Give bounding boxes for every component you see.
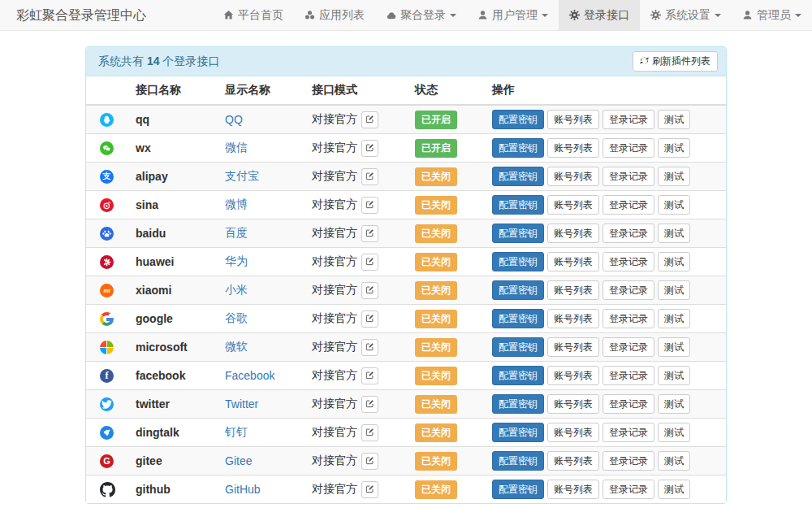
test-button[interactable]: 测试 [658, 224, 690, 243]
login-records-button[interactable]: 登录记录 [603, 252, 654, 271]
configure-key-button[interactable]: 配置密钥 [492, 280, 544, 300]
edit-mode-button[interactable] [361, 310, 378, 328]
display-name-link[interactable]: 百度 [225, 226, 248, 239]
status-badge[interactable]: 已关闭 [415, 281, 457, 300]
configure-key-button[interactable]: 配置密钥 [492, 195, 544, 215]
login-records-button[interactable]: 登录记录 [603, 280, 654, 300]
test-button[interactable]: 测试 [658, 337, 690, 357]
test-button[interactable]: 测试 [658, 138, 690, 158]
login-records-button[interactable]: 登录记录 [603, 451, 654, 471]
nav-item-app-list[interactable]: 应用列表 [294, 0, 375, 30]
status-badge[interactable]: 已关闭 [415, 423, 457, 442]
account-list-button[interactable]: 账号列表 [547, 195, 599, 215]
nav-item-admin[interactable]: 管理员 [732, 0, 812, 30]
configure-key-button[interactable]: 配置密钥 [492, 366, 544, 385]
display-name-link[interactable]: 微软 [225, 340, 248, 353]
edit-mode-button[interactable] [361, 339, 378, 356]
edit-mode-button[interactable] [361, 168, 378, 185]
configure-key-button[interactable]: 配置密钥 [492, 224, 544, 243]
edit-mode-button[interactable] [361, 424, 378, 441]
status-badge[interactable]: 已关闭 [415, 395, 457, 414]
configure-key-button[interactable]: 配置密钥 [492, 423, 544, 442]
display-name-link[interactable]: QQ [225, 113, 243, 126]
nav-item-system-settings[interactable]: 系统设置 [640, 0, 732, 30]
account-list-button[interactable]: 账号列表 [547, 337, 599, 357]
account-list-button[interactable]: 账号列表 [547, 138, 599, 158]
login-records-button[interactable]: 登录记录 [603, 110, 654, 129]
account-list-button[interactable]: 账号列表 [547, 451, 599, 471]
edit-mode-button[interactable] [361, 367, 378, 384]
edit-mode-button[interactable] [361, 197, 378, 214]
login-records-button[interactable]: 登录记录 [603, 337, 654, 357]
edit-mode-button[interactable] [361, 225, 378, 242]
test-button[interactable]: 测试 [658, 366, 690, 385]
test-button[interactable]: 测试 [658, 280, 690, 300]
login-records-button[interactable]: 登录记录 [603, 423, 654, 442]
test-button[interactable]: 测试 [658, 167, 690, 186]
status-badge[interactable]: 已开启 [415, 111, 457, 129]
display-name-link[interactable]: 华为 [225, 254, 248, 267]
account-list-button[interactable]: 账号列表 [547, 110, 599, 129]
configure-key-button[interactable]: 配置密钥 [492, 480, 544, 499]
edit-mode-button[interactable] [361, 140, 378, 157]
status-badge[interactable]: 已关闭 [415, 480, 457, 499]
test-button[interactable]: 测试 [658, 110, 690, 129]
display-name-link[interactable]: GitHub [225, 483, 261, 496]
account-list-button[interactable]: 账号列表 [547, 423, 599, 442]
test-button[interactable]: 测试 [658, 309, 690, 328]
nav-item-aggregate-login[interactable]: 聚合登录 [375, 0, 467, 30]
display-name-link[interactable]: 钉钉 [225, 425, 248, 438]
login-records-button[interactable]: 登录记录 [603, 366, 654, 385]
display-name-link[interactable]: 支付宝 [225, 169, 259, 182]
brand-title[interactable]: 彩虹聚合登录管理中心 [16, 0, 146, 30]
edit-mode-button[interactable] [361, 453, 378, 470]
status-badge[interactable]: 已关闭 [415, 167, 457, 186]
edit-mode-button[interactable] [361, 254, 378, 271]
display-name-link[interactable]: 微博 [225, 198, 248, 211]
status-badge[interactable]: 已关闭 [415, 338, 457, 357]
configure-key-button[interactable]: 配置密钥 [492, 167, 544, 186]
edit-mode-button[interactable] [361, 481, 378, 498]
edit-mode-button[interactable] [361, 282, 378, 299]
account-list-button[interactable]: 账号列表 [547, 480, 599, 499]
login-records-button[interactable]: 登录记录 [603, 480, 654, 499]
status-badge[interactable]: 已关闭 [415, 196, 457, 215]
display-name-link[interactable]: 小米 [225, 283, 248, 296]
test-button[interactable]: 测试 [658, 394, 690, 414]
test-button[interactable]: 测试 [658, 195, 690, 215]
account-list-button[interactable]: 账号列表 [547, 167, 599, 186]
login-records-button[interactable]: 登录记录 [603, 195, 654, 215]
status-badge[interactable]: 已关闭 [415, 367, 457, 385]
status-badge[interactable]: 已关闭 [415, 253, 457, 271]
login-records-button[interactable]: 登录记录 [603, 224, 654, 243]
display-name-link[interactable]: Gitee [225, 454, 252, 467]
refresh-plugins-button[interactable]: 刷新插件列表 [633, 51, 718, 72]
nav-item-user-management[interactable]: 用户管理 [467, 0, 559, 30]
login-records-button[interactable]: 登录记录 [603, 138, 654, 158]
status-badge[interactable]: 已开启 [415, 139, 457, 158]
account-list-button[interactable]: 账号列表 [547, 366, 599, 385]
configure-key-button[interactable]: 配置密钥 [492, 110, 544, 129]
status-badge[interactable]: 已关闭 [415, 310, 457, 328]
configure-key-button[interactable]: 配置密钥 [492, 394, 544, 414]
configure-key-button[interactable]: 配置密钥 [492, 138, 544, 158]
display-name-link[interactable]: Twitter [225, 397, 258, 410]
configure-key-button[interactable]: 配置密钥 [492, 337, 544, 357]
test-button[interactable]: 测试 [658, 480, 690, 499]
account-list-button[interactable]: 账号列表 [547, 252, 599, 271]
account-list-button[interactable]: 账号列表 [547, 309, 599, 328]
test-button[interactable]: 测试 [658, 252, 690, 271]
login-records-button[interactable]: 登录记录 [603, 394, 654, 414]
account-list-button[interactable]: 账号列表 [547, 280, 599, 300]
edit-mode-button[interactable] [361, 111, 378, 128]
test-button[interactable]: 测试 [658, 451, 690, 471]
display-name-link[interactable]: 谷歌 [225, 311, 248, 324]
nav-item-home[interactable]: 平台首页 [213, 0, 294, 30]
nav-item-login-interface[interactable]: 登录接口 [559, 0, 640, 30]
display-name-link[interactable]: Facebook [225, 369, 274, 382]
configure-key-button[interactable]: 配置密钥 [492, 252, 544, 271]
display-name-link[interactable]: 微信 [225, 141, 248, 154]
test-button[interactable]: 测试 [658, 423, 690, 442]
login-records-button[interactable]: 登录记录 [603, 309, 654, 328]
status-badge[interactable]: 已关闭 [415, 224, 457, 243]
